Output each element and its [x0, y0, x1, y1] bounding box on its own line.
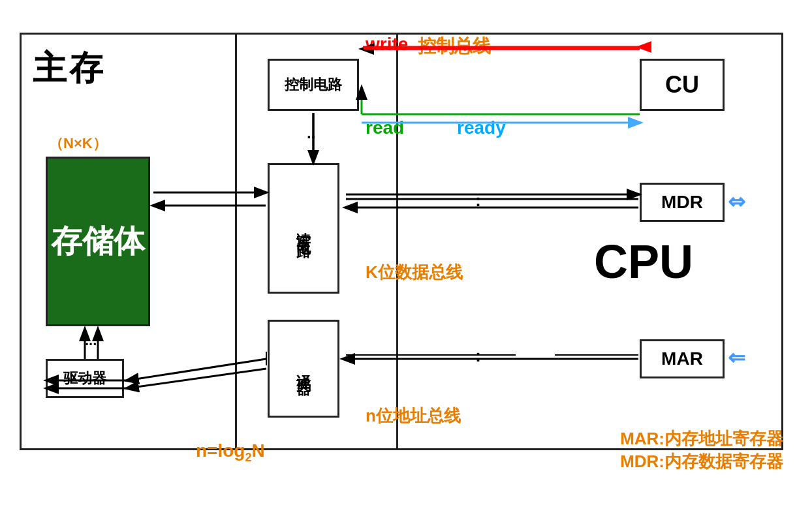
formula-n: n=log: [196, 440, 245, 461]
driver-label: 驱动器: [63, 369, 106, 388]
mdr-desc: MDR:内存数据寄存器: [620, 450, 783, 473]
control-circuit-label: 控制电路: [285, 75, 342, 95]
decoder-label: 译码器: [294, 363, 313, 375]
cpu-label: CPU: [594, 235, 693, 288]
storage-label: 存储体: [51, 224, 145, 259]
storage-dots: ···: [85, 336, 97, 353]
mar-desc: MAR:内存地址寄存器: [620, 427, 783, 450]
rw-circuit-label: 读写电路: [294, 221, 313, 236]
nk-label: （N×K）: [49, 134, 107, 153]
storage-box: 存储体: [46, 157, 150, 326]
vertical-dots: ··: [307, 128, 315, 146]
mdr-label: MDR: [661, 192, 703, 213]
mdr-arrow-icon: ⇔: [728, 189, 745, 214]
read-label: read: [366, 117, 404, 138]
ready-label: ready: [457, 117, 506, 138]
zhucun-label: 主存: [33, 46, 106, 91]
control-bus-label: 控制总线: [418, 34, 491, 59]
main-container: 主存 CPU （N×K） 存储体 驱动器 控制电路 读写电路 译码器 CU MD…: [13, 13, 796, 483]
cu-label: CU: [665, 71, 699, 99]
driver-box: 驱动器: [46, 359, 124, 398]
rw-circuit-box: 读写电路: [268, 163, 339, 294]
control-circuit-box: 控制电路: [268, 59, 359, 111]
k-data-bus-label: K位数据总线: [366, 261, 463, 284]
formula-end: N: [251, 440, 264, 461]
n-addr-bus-label: n位地址总线: [366, 405, 461, 427]
addr-bus-dots: ：: [470, 346, 486, 367]
formula-sub: 2: [245, 451, 251, 464]
mar-box: MAR: [640, 339, 725, 378]
data-bus-dots: ：: [470, 191, 486, 211]
cu-box: CU: [640, 59, 725, 111]
decoder-box: 译码器: [268, 320, 339, 418]
mdr-box: MDR: [640, 183, 725, 222]
mar-label: MAR: [661, 348, 703, 369]
write-label: write: [366, 34, 408, 55]
mar-arrow-icon: ⇐: [728, 345, 745, 370]
bottom-formula: n=log2N: [196, 440, 265, 465]
